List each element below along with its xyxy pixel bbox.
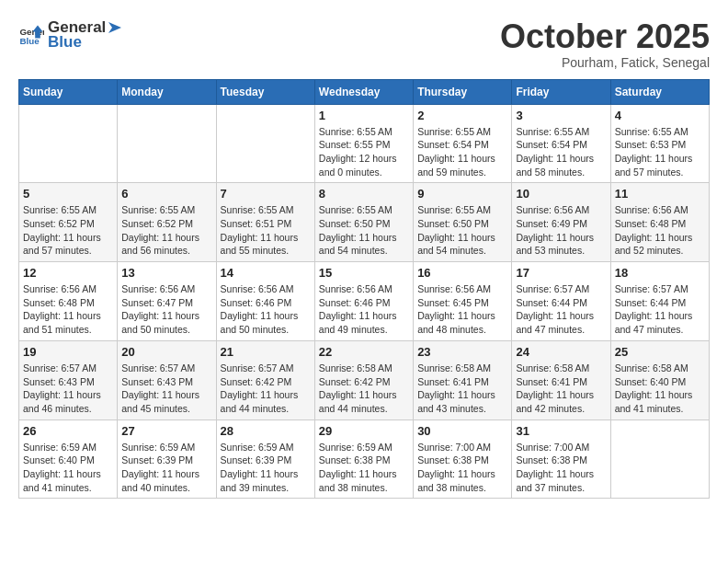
svg-marker-3	[108, 22, 121, 33]
day-info: Sunrise: 6:55 AMSunset: 6:50 PMDaylight:…	[319, 203, 409, 258]
day-info: Sunrise: 6:59 AMSunset: 6:40 PMDaylight:…	[23, 441, 113, 495]
weekday-header-monday: Monday	[118, 79, 216, 104]
calendar-cell: 31Sunrise: 7:00 AMSunset: 6:38 PMDayligh…	[512, 419, 610, 499]
calendar-cell: 5Sunrise: 6:55 AMSunset: 6:52 PMDaylight…	[19, 183, 118, 262]
day-number: 13	[121, 266, 211, 280]
calendar-cell: 13Sunrise: 6:56 AMSunset: 6:47 PMDayligh…	[118, 262, 216, 341]
calendar-cell: 11Sunrise: 6:56 AMSunset: 6:48 PMDayligh…	[610, 183, 709, 262]
day-info: Sunrise: 6:56 AMSunset: 6:47 PMDaylight:…	[121, 282, 211, 337]
day-info: Sunrise: 6:55 AMSunset: 6:52 PMDaylight:…	[23, 203, 113, 258]
day-number: 22	[319, 345, 409, 359]
day-info: Sunrise: 6:59 AMSunset: 6:38 PMDaylight:…	[319, 441, 409, 495]
title-area: October 2025 Pourham, Fatick, Senegal	[500, 18, 710, 70]
day-info: Sunrise: 6:56 AMSunset: 6:48 PMDaylight:…	[615, 203, 705, 258]
weekday-header-thursday: Thursday	[414, 79, 512, 104]
day-info: Sunrise: 6:59 AMSunset: 6:39 PMDaylight:…	[221, 441, 311, 495]
day-number: 20	[121, 345, 211, 359]
calendar-cell: 7Sunrise: 6:55 AMSunset: 6:51 PMDaylight…	[216, 183, 314, 262]
calendar-cell: 9Sunrise: 6:55 AMSunset: 6:50 PMDaylight…	[414, 183, 512, 262]
day-number: 17	[516, 266, 606, 280]
day-number: 7	[221, 187, 311, 201]
day-info: Sunrise: 6:57 AMSunset: 6:43 PMDaylight:…	[23, 362, 113, 416]
day-number: 8	[319, 187, 409, 201]
calendar-cell: 27Sunrise: 6:59 AMSunset: 6:39 PMDayligh…	[118, 419, 216, 499]
day-number: 21	[221, 345, 311, 359]
calendar-cell: 16Sunrise: 6:56 AMSunset: 6:45 PMDayligh…	[414, 262, 512, 341]
calendar-cell	[19, 104, 118, 183]
day-number: 31	[516, 424, 606, 438]
day-number: 6	[121, 187, 211, 201]
calendar-cell: 2Sunrise: 6:55 AMSunset: 6:54 PMDaylight…	[414, 104, 512, 183]
month-title: October 2025	[500, 18, 710, 55]
day-info: Sunrise: 6:56 AMSunset: 6:48 PMDaylight:…	[23, 282, 113, 337]
calendar-cell	[118, 104, 216, 183]
day-number: 27	[121, 424, 211, 438]
calendar-cell: 19Sunrise: 6:57 AMSunset: 6:43 PMDayligh…	[19, 340, 118, 419]
location: Pourham, Fatick, Senegal	[500, 55, 710, 70]
day-info: Sunrise: 6:58 AMSunset: 6:41 PMDaylight:…	[417, 362, 507, 416]
day-info: Sunrise: 6:56 AMSunset: 6:45 PMDaylight:…	[417, 282, 507, 337]
calendar-cell: 6Sunrise: 6:55 AMSunset: 6:52 PMDaylight…	[118, 183, 216, 262]
calendar-table: SundayMondayTuesdayWednesdayThursdayFrid…	[18, 79, 710, 500]
calendar-cell: 14Sunrise: 6:56 AMSunset: 6:46 PMDayligh…	[216, 262, 314, 341]
day-number: 2	[417, 109, 507, 122]
day-info: Sunrise: 6:56 AMSunset: 6:49 PMDaylight:…	[516, 203, 606, 258]
calendar-cell	[610, 419, 709, 499]
calendar-cell: 8Sunrise: 6:55 AMSunset: 6:50 PMDaylight…	[314, 183, 413, 262]
calendar-cell: 30Sunrise: 7:00 AMSunset: 6:38 PMDayligh…	[414, 419, 512, 499]
calendar-cell: 3Sunrise: 6:55 AMSunset: 6:54 PMDaylight…	[512, 104, 610, 183]
day-number: 30	[417, 424, 507, 438]
day-number: 12	[23, 266, 113, 280]
calendar-cell: 4Sunrise: 6:55 AMSunset: 6:53 PMDaylight…	[610, 104, 709, 183]
calendar-cell	[216, 104, 314, 183]
day-number: 26	[23, 424, 113, 438]
day-number: 16	[417, 266, 507, 280]
day-number: 18	[615, 266, 705, 280]
day-number: 14	[221, 266, 311, 280]
calendar-cell: 1Sunrise: 6:55 AMSunset: 6:55 PMDaylight…	[314, 104, 413, 183]
day-info: Sunrise: 6:55 AMSunset: 6:50 PMDaylight:…	[417, 203, 507, 258]
calendar-cell: 24Sunrise: 6:58 AMSunset: 6:41 PMDayligh…	[512, 340, 610, 419]
calendar-cell: 23Sunrise: 6:58 AMSunset: 6:41 PMDayligh…	[414, 340, 512, 419]
day-info: Sunrise: 6:56 AMSunset: 6:46 PMDaylight:…	[319, 282, 409, 337]
logo: General Blue General Blue	[18, 18, 124, 52]
calendar-cell: 20Sunrise: 6:57 AMSunset: 6:43 PMDayligh…	[118, 340, 216, 419]
day-number: 9	[417, 187, 507, 201]
calendar-cell: 28Sunrise: 6:59 AMSunset: 6:39 PMDayligh…	[216, 419, 314, 499]
day-number: 28	[221, 424, 311, 438]
day-info: Sunrise: 6:57 AMSunset: 6:43 PMDaylight:…	[121, 362, 211, 416]
day-info: Sunrise: 6:55 AMSunset: 6:54 PMDaylight:…	[516, 125, 606, 179]
logo-icon: General Blue	[18, 22, 44, 48]
weekday-header-wednesday: Wednesday	[314, 79, 413, 104]
weekday-header-saturday: Saturday	[610, 79, 709, 104]
day-info: Sunrise: 6:55 AMSunset: 6:55 PMDaylight:…	[319, 125, 409, 179]
day-info: Sunrise: 7:00 AMSunset: 6:38 PMDaylight:…	[516, 441, 606, 495]
day-info: Sunrise: 6:57 AMSunset: 6:44 PMDaylight:…	[516, 282, 606, 337]
day-info: Sunrise: 6:57 AMSunset: 6:42 PMDaylight:…	[221, 362, 311, 416]
page-header: General Blue General Blue October 2025 P…	[18, 18, 710, 70]
day-info: Sunrise: 6:58 AMSunset: 6:42 PMDaylight:…	[319, 362, 409, 416]
day-info: Sunrise: 6:58 AMSunset: 6:41 PMDaylight:…	[516, 362, 606, 416]
day-info: Sunrise: 6:58 AMSunset: 6:40 PMDaylight:…	[615, 362, 705, 416]
day-info: Sunrise: 6:56 AMSunset: 6:46 PMDaylight:…	[221, 282, 311, 337]
day-number: 24	[516, 345, 606, 359]
day-number: 10	[516, 187, 606, 201]
calendar-cell: 26Sunrise: 6:59 AMSunset: 6:40 PMDayligh…	[19, 419, 118, 499]
weekday-header-tuesday: Tuesday	[216, 79, 314, 104]
day-number: 4	[615, 109, 705, 122]
day-info: Sunrise: 7:00 AMSunset: 6:38 PMDaylight:…	[417, 441, 507, 495]
calendar-cell: 25Sunrise: 6:58 AMSunset: 6:40 PMDayligh…	[610, 340, 709, 419]
calendar-cell: 15Sunrise: 6:56 AMSunset: 6:46 PMDayligh…	[314, 262, 413, 341]
calendar-cell: 21Sunrise: 6:57 AMSunset: 6:42 PMDayligh…	[216, 340, 314, 419]
day-info: Sunrise: 6:59 AMSunset: 6:39 PMDaylight:…	[121, 441, 211, 495]
calendar-cell: 12Sunrise: 6:56 AMSunset: 6:48 PMDayligh…	[19, 262, 118, 341]
day-number: 25	[615, 345, 705, 359]
calendar-cell: 22Sunrise: 6:58 AMSunset: 6:42 PMDayligh…	[314, 340, 413, 419]
weekday-header-sunday: Sunday	[19, 79, 118, 104]
day-number: 1	[319, 109, 409, 122]
day-number: 29	[319, 424, 409, 438]
day-info: Sunrise: 6:55 AMSunset: 6:51 PMDaylight:…	[221, 203, 311, 258]
day-number: 11	[615, 187, 705, 201]
day-number: 3	[516, 109, 606, 122]
calendar-cell: 17Sunrise: 6:57 AMSunset: 6:44 PMDayligh…	[512, 262, 610, 341]
